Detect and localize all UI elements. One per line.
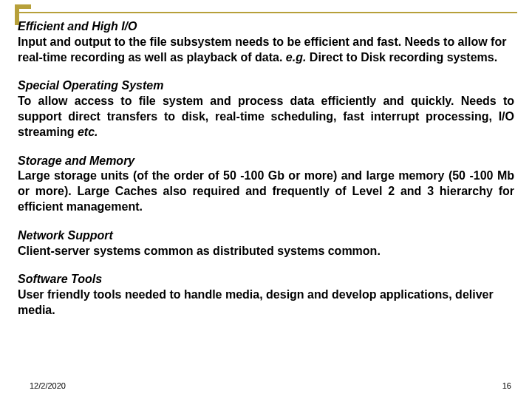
heading-os: Special Operating System — [18, 78, 514, 94]
footer: 12/2/2020 16 — [0, 377, 532, 390]
body-os: To allow access to file system and proce… — [18, 94, 514, 140]
section-network: Network Support Client-server systems co… — [18, 228, 514, 259]
section-io: Efficient and High I/O Input and output … — [18, 19, 514, 65]
heading-network: Network Support — [18, 228, 514, 244]
body-network: Client-server systems common as distribu… — [18, 244, 514, 259]
body-storage-pre: Large storage units (of the order of 50 … — [18, 169, 514, 213]
heading-software: Software Tools — [18, 272, 514, 287]
body-software: User friendly tools needed to handle med… — [18, 287, 514, 318]
heading-storage: Storage and Memory — [18, 154, 514, 169]
footer-date: 12/2/2020 — [30, 381, 66, 390]
heading-io: Efficient and High I/O — [18, 19, 514, 35]
section-software: Software Tools User friendly tools neede… — [18, 272, 514, 318]
section-os: Special Operating System To allow access… — [18, 78, 514, 140]
body-storage: Large storage units (of the order of 50 … — [18, 168, 514, 214]
footer-page-number: 16 — [502, 381, 511, 390]
body-io: Input and output to the file subsystem n… — [18, 35, 514, 66]
body-io-post: Direct to Disk recording systems. — [306, 51, 497, 64]
section-storage: Storage and Memory Large storage units (… — [18, 154, 514, 215]
body-software-pre: User friendly tools needed to handle med… — [18, 288, 494, 316]
body-io-eg: e.g. — [286, 51, 307, 64]
rule-top — [15, 12, 517, 13]
body-network-pre: Client-server systems common as distribu… — [18, 245, 381, 257]
body-os-eg: etc. — [78, 126, 98, 138]
content-area: Efficient and High I/O Input and output … — [18, 19, 514, 369]
slide: Efficient and High I/O Input and output … — [0, 0, 532, 399]
